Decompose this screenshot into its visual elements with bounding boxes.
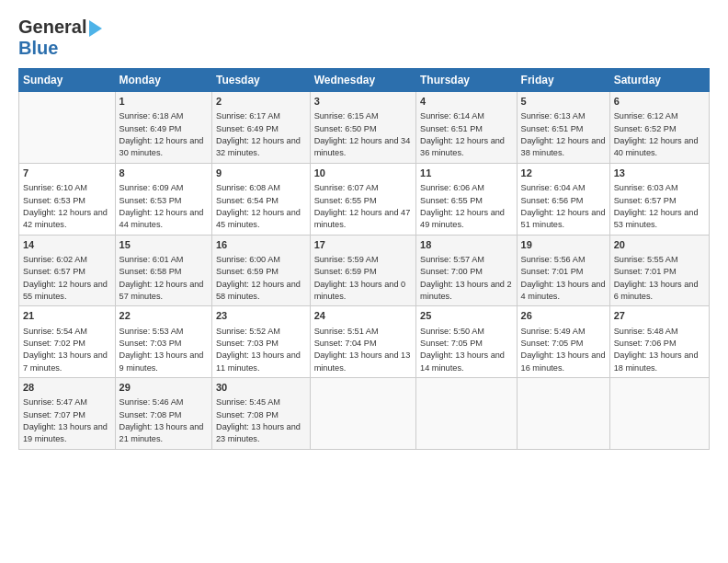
calendar-cell: 28Sunrise: 5:47 AMSunset: 7:07 PMDayligh… <box>19 378 116 450</box>
cell-content: Sunrise: 5:57 AMSunset: 7:00 PMDaylight:… <box>420 254 513 303</box>
cell-content: Sunrise: 6:17 AMSunset: 6:49 PMDaylight:… <box>216 110 306 159</box>
day-header-wednesday: Wednesday <box>310 69 415 92</box>
day-header-sunday: Sunday <box>19 69 116 92</box>
cell-content: Sunrise: 5:53 AMSunset: 7:03 PMDaylight:… <box>119 326 208 374</box>
calendar-cell: 1Sunrise: 6:18 AMSunset: 6:49 PMDaylight… <box>115 92 211 164</box>
calendar-cell: 26Sunrise: 5:49 AMSunset: 7:05 PMDayligh… <box>517 306 609 378</box>
day-number: 7 <box>23 167 111 180</box>
day-header-saturday: Saturday <box>609 69 709 92</box>
cell-content: Sunrise: 5:51 AMSunset: 7:04 PMDaylight:… <box>314 326 412 374</box>
day-number: 8 <box>119 167 208 180</box>
day-number: 13 <box>614 167 705 180</box>
cell-content: Sunrise: 6:14 AMSunset: 6:51 PMDaylight:… <box>420 110 513 159</box>
logo-arrow-icon <box>89 20 102 37</box>
cell-content: Sunrise: 6:08 AMSunset: 6:54 PMDaylight:… <box>216 182 306 231</box>
logo-general: General <box>18 17 86 38</box>
day-number: 9 <box>216 167 306 180</box>
day-number: 1 <box>119 95 208 109</box>
week-row-0: 1Sunrise: 6:18 AMSunset: 6:49 PMDaylight… <box>19 92 710 164</box>
calendar-table: SundayMondayTuesdayWednesdayThursdayFrid… <box>18 68 710 450</box>
cell-content: Sunrise: 6:03 AMSunset: 6:57 PMDaylight:… <box>614 182 705 231</box>
calendar-cell: 9Sunrise: 6:08 AMSunset: 6:54 PMDaylight… <box>212 163 311 235</box>
cell-content: Sunrise: 5:47 AMSunset: 7:07 PMDaylight:… <box>23 396 111 445</box>
day-number: 27 <box>614 309 705 323</box>
calendar-cell: 14Sunrise: 6:02 AMSunset: 6:57 PMDayligh… <box>19 235 116 306</box>
week-row-4: 28Sunrise: 5:47 AMSunset: 7:07 PMDayligh… <box>19 378 710 450</box>
calendar-cell: 11Sunrise: 6:06 AMSunset: 6:55 PMDayligh… <box>416 163 518 235</box>
day-number: 30 <box>216 381 306 395</box>
day-number: 2 <box>216 95 306 109</box>
page: General Blue SundayMondayTuesdayWednesda… <box>0 0 728 563</box>
calendar-cell <box>310 378 415 450</box>
week-row-3: 21Sunrise: 5:54 AMSunset: 7:02 PMDayligh… <box>19 306 710 378</box>
cell-content: Sunrise: 6:12 AMSunset: 6:52 PMDaylight:… <box>614 110 705 159</box>
calendar-cell: 2Sunrise: 6:17 AMSunset: 6:49 PMDaylight… <box>212 92 311 164</box>
calendar-cell <box>19 92 116 164</box>
cell-content: Sunrise: 5:48 AMSunset: 7:06 PMDaylight:… <box>614 326 705 374</box>
day-header-monday: Monday <box>115 69 211 92</box>
calendar-cell: 24Sunrise: 5:51 AMSunset: 7:04 PMDayligh… <box>310 306 415 378</box>
day-number: 14 <box>23 238 111 252</box>
day-number: 29 <box>119 381 208 395</box>
calendar-cell: 3Sunrise: 6:15 AMSunset: 6:50 PMDaylight… <box>310 92 415 164</box>
day-header-friday: Friday <box>517 69 609 92</box>
day-number: 23 <box>216 309 306 323</box>
cell-content: Sunrise: 6:10 AMSunset: 6:53 PMDaylight:… <box>23 182 111 231</box>
day-number: 19 <box>521 238 606 252</box>
calendar-cell: 5Sunrise: 6:13 AMSunset: 6:51 PMDaylight… <box>517 92 609 164</box>
calendar-cell: 25Sunrise: 5:50 AMSunset: 7:05 PMDayligh… <box>416 306 518 378</box>
calendar-cell <box>609 378 709 450</box>
cell-content: Sunrise: 5:55 AMSunset: 7:01 PMDaylight:… <box>614 254 705 303</box>
header: General Blue <box>18 17 710 59</box>
day-number: 20 <box>614 238 705 252</box>
calendar-cell: 20Sunrise: 5:55 AMSunset: 7:01 PMDayligh… <box>609 235 709 306</box>
cell-content: Sunrise: 5:54 AMSunset: 7:02 PMDaylight:… <box>23 326 111 374</box>
calendar-cell: 17Sunrise: 5:59 AMSunset: 6:59 PMDayligh… <box>310 235 415 306</box>
cell-content: Sunrise: 6:04 AMSunset: 6:56 PMDaylight:… <box>521 182 606 231</box>
day-number: 21 <box>23 309 111 323</box>
calendar-cell: 7Sunrise: 6:10 AMSunset: 6:53 PMDaylight… <box>19 163 116 235</box>
calendar-cell <box>517 378 609 450</box>
logo: General Blue <box>18 17 102 59</box>
cell-content: Sunrise: 6:13 AMSunset: 6:51 PMDaylight:… <box>521 110 606 159</box>
calendar-cell: 15Sunrise: 6:01 AMSunset: 6:58 PMDayligh… <box>115 235 211 306</box>
day-number: 28 <box>23 381 111 395</box>
day-number: 25 <box>420 309 513 323</box>
cell-content: Sunrise: 6:07 AMSunset: 6:55 PMDaylight:… <box>314 182 412 231</box>
cell-content: Sunrise: 6:00 AMSunset: 6:59 PMDaylight:… <box>216 254 306 303</box>
calendar-cell: 21Sunrise: 5:54 AMSunset: 7:02 PMDayligh… <box>19 306 116 378</box>
week-row-2: 14Sunrise: 6:02 AMSunset: 6:57 PMDayligh… <box>19 235 710 306</box>
day-number: 3 <box>314 95 412 109</box>
day-number: 12 <box>521 167 606 180</box>
day-number: 18 <box>420 238 513 252</box>
calendar-cell: 18Sunrise: 5:57 AMSunset: 7:00 PMDayligh… <box>416 235 518 306</box>
day-number: 4 <box>420 95 513 109</box>
day-number: 5 <box>521 95 606 109</box>
calendar-cell: 4Sunrise: 6:14 AMSunset: 6:51 PMDaylight… <box>416 92 518 164</box>
calendar-cell: 27Sunrise: 5:48 AMSunset: 7:06 PMDayligh… <box>609 306 709 378</box>
calendar-cell: 12Sunrise: 6:04 AMSunset: 6:56 PMDayligh… <box>517 163 609 235</box>
day-number: 10 <box>314 167 412 180</box>
calendar-cell: 30Sunrise: 5:45 AMSunset: 7:08 PMDayligh… <box>212 378 311 450</box>
calendar-cell <box>416 378 518 450</box>
calendar-cell: 13Sunrise: 6:03 AMSunset: 6:57 PMDayligh… <box>609 163 709 235</box>
cell-content: Sunrise: 5:50 AMSunset: 7:05 PMDaylight:… <box>420 326 513 374</box>
cell-content: Sunrise: 6:02 AMSunset: 6:57 PMDaylight:… <box>23 254 111 303</box>
calendar-cell: 6Sunrise: 6:12 AMSunset: 6:52 PMDaylight… <box>609 92 709 164</box>
day-number: 11 <box>420 167 513 180</box>
cell-content: Sunrise: 6:06 AMSunset: 6:55 PMDaylight:… <box>420 182 513 231</box>
cell-content: Sunrise: 6:01 AMSunset: 6:58 PMDaylight:… <box>119 254 208 303</box>
calendar-cell: 8Sunrise: 6:09 AMSunset: 6:53 PMDaylight… <box>115 163 211 235</box>
calendar-cell: 19Sunrise: 5:56 AMSunset: 7:01 PMDayligh… <box>517 235 609 306</box>
calendar-cell: 22Sunrise: 5:53 AMSunset: 7:03 PMDayligh… <box>115 306 211 378</box>
day-number: 15 <box>119 238 208 252</box>
day-number: 16 <box>216 238 306 252</box>
cell-content: Sunrise: 6:15 AMSunset: 6:50 PMDaylight:… <box>314 110 412 159</box>
cell-content: Sunrise: 5:49 AMSunset: 7:05 PMDaylight:… <box>521 326 606 374</box>
calendar-cell: 10Sunrise: 6:07 AMSunset: 6:55 PMDayligh… <box>310 163 415 235</box>
day-number: 17 <box>314 238 412 252</box>
week-row-1: 7Sunrise: 6:10 AMSunset: 6:53 PMDaylight… <box>19 163 710 235</box>
header-row: SundayMondayTuesdayWednesdayThursdayFrid… <box>19 69 710 92</box>
cell-content: Sunrise: 6:09 AMSunset: 6:53 PMDaylight:… <box>119 182 208 231</box>
calendar-cell: 29Sunrise: 5:46 AMSunset: 7:08 PMDayligh… <box>115 378 211 450</box>
